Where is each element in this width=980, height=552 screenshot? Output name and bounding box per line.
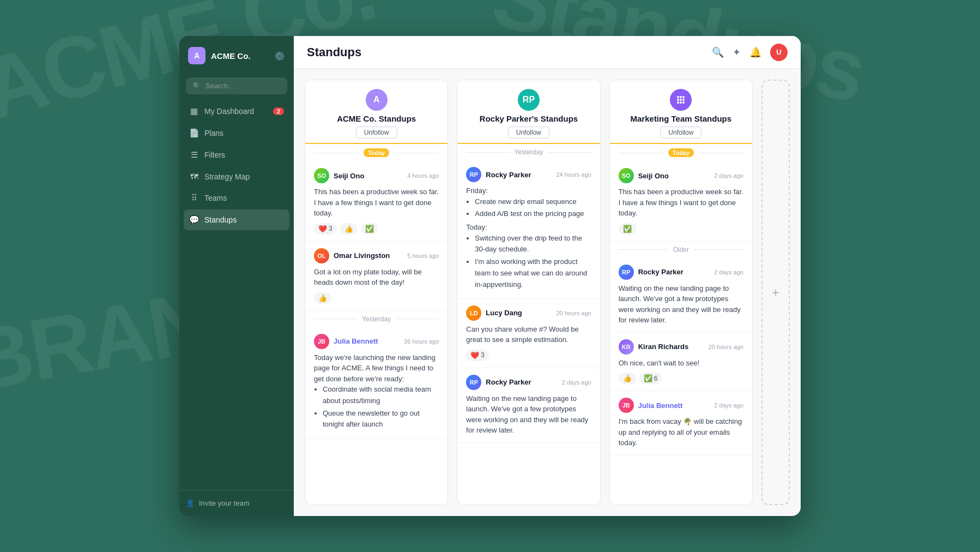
post-user: KR Kiran Richards xyxy=(619,339,688,355)
avatar: KR xyxy=(619,339,634,355)
company-name: ACME Co. xyxy=(211,51,251,61)
sidebar-search[interactable]: 🔍 xyxy=(186,77,287,94)
col-header-acme: A ACME Co. Standups Unfollow xyxy=(305,80,447,143)
reaction-heart[interactable]: ❤️ 3 xyxy=(314,223,337,235)
post-item: OL Omar Livingston 5 hours ago Got a lot… xyxy=(305,242,447,311)
post-header: LD Lucy Dang 20 hours ago xyxy=(466,305,591,321)
doc-icon: 📄 xyxy=(189,128,199,138)
bell-icon[interactable]: 🔔 xyxy=(749,46,761,58)
yesterday-label: Yesterday xyxy=(362,315,391,323)
post-list: Create new drip email sequence Added A/B… xyxy=(466,196,591,220)
post-reactions: ❤️ 3 👍 ✅ xyxy=(314,223,439,235)
post-username[interactable]: Julia Bennett xyxy=(334,337,378,345)
sidebar-item-label: My Dashboard xyxy=(204,107,254,116)
reaction-thumbs[interactable]: 👍 xyxy=(619,373,636,384)
col-title-marketing: Marketing Team Standups xyxy=(631,114,732,123)
reaction-heart[interactable]: ❤️ 3 xyxy=(466,350,489,361)
post-text: Waiting on the new landing page to launc… xyxy=(619,283,743,326)
reaction-thumbs[interactable]: 👍 xyxy=(340,223,358,235)
sidebar-item-filters[interactable]: ☰ Filters xyxy=(184,145,289,165)
sidebar-header: A ACME Co. ⚙️ xyxy=(179,36,294,75)
svg-point-7 xyxy=(680,101,682,104)
post-header: JB Julia Bennett 36 hours ago xyxy=(314,334,439,349)
list-item: Coordinate with social media team about … xyxy=(323,384,439,407)
content-area: A ACME Co. Standups Unfollow Today SO xyxy=(294,69,801,516)
gear-icon[interactable]: ⚙️ xyxy=(274,51,285,61)
post-username: Seiji Ono xyxy=(334,172,364,180)
unfollow-button-marketing[interactable]: Unfollow xyxy=(660,127,701,139)
sparkle-icon[interactable]: ✦ xyxy=(733,46,741,58)
time-label-today: Today xyxy=(619,144,743,161)
post-time: 2 days ago xyxy=(714,172,743,179)
reaction-check[interactable]: ✅ xyxy=(361,223,378,235)
col-avatar-rocky: RP xyxy=(518,89,540,111)
dots-icon: ⠿ xyxy=(189,193,199,203)
post-item: KR Kiran Richards 20 hours ago Oh nice, … xyxy=(610,333,752,392)
post-username[interactable]: Julia Bennett xyxy=(638,401,683,410)
avatar: RP xyxy=(466,375,481,390)
sidebar-item-plans[interactable]: 📄 Plans xyxy=(184,123,289,143)
today-badge: Today xyxy=(364,148,390,157)
avatar: JB xyxy=(619,398,634,413)
reaction-check[interactable]: ✅ 6 xyxy=(639,373,662,384)
search-input[interactable] xyxy=(205,82,281,90)
svg-point-8 xyxy=(682,101,685,104)
col-title-acme: ACME Co. Standups xyxy=(337,114,416,123)
post-header: RP Rocky Parker 24 hours ago xyxy=(466,167,591,182)
post-list: Switching over the drip feed to the 30-d… xyxy=(466,233,591,291)
plus-icon: ＋ xyxy=(770,284,782,301)
col-avatar-acme: A xyxy=(366,89,388,111)
list-item: Added A/B test on the pricing page xyxy=(475,208,591,220)
post-username: Rocky Parker xyxy=(486,171,531,179)
avatar: SO xyxy=(619,168,634,183)
col-header-rocky: RP Rocky Parker's Standups Unfollow xyxy=(457,80,600,143)
time-label-yesterday: Yesterday xyxy=(466,144,591,160)
post-user: OL Omar Livingston xyxy=(314,248,390,263)
post-username: Omar Livingston xyxy=(334,251,390,260)
list-item: Queue the newsletter to go out tonight a… xyxy=(323,408,439,431)
standup-column-rocky: RP Rocky Parker's Standups Unfollow Yest… xyxy=(457,80,600,505)
search-icon[interactable]: 🔍 xyxy=(712,46,724,58)
map-icon: 🗺 xyxy=(189,172,199,181)
post-user: LD Lucy Dang xyxy=(466,305,522,321)
post-username: Rocky Parker xyxy=(486,378,531,386)
yesterday-label: Yesterday xyxy=(515,148,543,156)
col-title-rocky: Rocky Parker's Standups xyxy=(480,114,578,123)
post-time: 20 hours ago xyxy=(556,310,591,316)
sidebar-item-dashboard[interactable]: ▦ My Dashboard 2 xyxy=(184,101,289,122)
unfollow-button-acme[interactable]: Unfollow xyxy=(356,127,397,139)
reaction-thumbs[interactable]: 👍 xyxy=(314,292,331,304)
today-badge: Today xyxy=(668,148,694,157)
sidebar: A ACME Co. ⚙️ 🔍 ▦ My Dashboard 2 📄 Plans… xyxy=(179,36,294,516)
chat-icon: 💬 xyxy=(189,215,199,225)
sidebar-item-strategymap[interactable]: 🗺 Strategy Map xyxy=(184,166,289,187)
sidebar-item-label: Teams xyxy=(204,194,227,202)
list-item: Create new drip email sequence xyxy=(475,196,591,208)
post-item: LD Lucy Dang 20 hours ago Can you share … xyxy=(457,299,600,368)
invite-icon: 👤 xyxy=(186,499,195,507)
svg-point-3 xyxy=(677,99,679,101)
post-time: 36 hours ago xyxy=(404,338,439,345)
post-header: RP Rocky Parker 2 days ago xyxy=(619,265,743,280)
user-avatar[interactable]: U xyxy=(770,44,788,61)
unfollow-button-rocky[interactable]: Unfollow xyxy=(508,127,549,139)
sidebar-item-label: Strategy Map xyxy=(204,172,250,181)
older-label: Older xyxy=(619,242,743,258)
dashboard-badge: 2 xyxy=(273,107,284,115)
invite-team-button[interactable]: 👤 Invite your team xyxy=(186,499,287,507)
add-column-button[interactable]: ＋ xyxy=(761,80,790,505)
post-user: RP Rocky Parker xyxy=(619,265,683,280)
post-list: Coordinate with social media team about … xyxy=(314,384,439,430)
post-text: Can you share volume #? Would be great t… xyxy=(466,324,591,345)
sidebar-item-teams[interactable]: ⠿ Teams xyxy=(184,188,289,208)
post-text: Friday: Create new drip email sequence A… xyxy=(466,185,591,291)
post-item: JB Julia Bennett 2 days ago I'm back fro… xyxy=(610,391,752,455)
sidebar-footer: 👤 Invite your team xyxy=(179,490,294,516)
svg-point-2 xyxy=(682,96,685,98)
list-item: I'm also working with the product team t… xyxy=(475,256,591,290)
reaction-check[interactable]: ✅ xyxy=(619,223,636,235)
sidebar-item-standups[interactable]: 💬 Standups xyxy=(184,209,289,230)
post-reactions: 👍 ✅ 6 xyxy=(619,373,743,384)
col-header-marketing: Marketing Team Standups Unfollow xyxy=(610,80,752,143)
svg-point-5 xyxy=(682,99,685,101)
